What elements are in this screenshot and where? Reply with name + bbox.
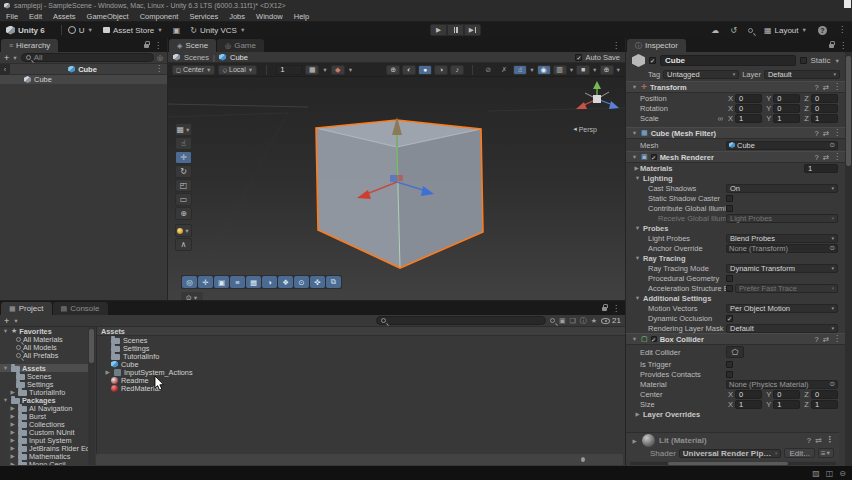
search-icon[interactable] [748,28,753,33]
shaded-wireframe-button[interactable]: ◐ [402,65,416,75]
rect-tool[interactable]: ▭ [175,193,192,206]
snap-increment-dropdown[interactable]: ◆ [331,65,345,75]
ray-tracing-foldout[interactable]: ▼Ray Tracing [626,253,846,263]
lock-icon[interactable] [144,44,149,48]
tree-item-all-prefabs[interactable]: All Prefabs [0,351,88,359]
gizmos-dropdown[interactable]: ⊕ [600,65,614,75]
probes-foldout[interactable]: ▼Probes [626,223,846,233]
levels-overlay-button[interactable]: ≡ [230,276,245,288]
panel-kebab-icon[interactable]: ⋮ [154,42,162,50]
mesh-renderer-header[interactable]: ▼▣ Mesh Renderer ?⇄⋮ [626,151,846,163]
gizmo-overlay-button[interactable]: ✜ [310,276,325,288]
gameobject-icon[interactable] [632,54,645,67]
provides-contacts-checkbox[interactable] [726,371,733,378]
menu-component[interactable]: Component [140,12,179,21]
tool-handle-rotation-dropdown[interactable]: ◇Local▼ [218,65,257,75]
undo-history-icon[interactable]: ↺ [730,26,737,35]
tool-handle-position-dropdown[interactable]: ◻Center▼ [172,65,215,75]
static-dropdown-caret[interactable]: ▼ [835,58,840,64]
kebab-icon[interactable]: ⋮ [833,83,841,91]
menu-services[interactable]: Services [189,12,218,21]
asset-settings[interactable]: Settings [97,344,625,352]
transform-tool[interactable]: ⊕ [175,207,192,220]
light-probes-dropdown[interactable]: Blend Probes [726,234,838,243]
thumbnail-size-slider[interactable] [581,457,617,462]
panel-kebab-icon[interactable]: ⋮ [612,305,620,313]
edit-collider-button[interactable]: ⬠ [726,346,744,358]
hidden-objects-button[interactable]: ⊘ [481,65,495,75]
acceleration-structure-checkbox[interactable] [726,285,733,292]
presets-icon[interactable]: ⇄ [815,436,822,445]
tab-hierarchy[interactable]: ≡ Hierarchy [1,39,58,52]
step-button[interactable]: ▶ [464,24,481,36]
physics-material-field[interactable]: None (Physics Material)⊙ [726,380,838,389]
prefab-kebab-icon[interactable]: ⋮ [155,65,167,73]
menu-gameobject[interactable]: GameObject [87,12,129,21]
hierarchy-search-input[interactable]: All [21,53,154,62]
package-manager-button[interactable]: ▣ [173,26,181,35]
search-by-import-icon[interactable]: ⓘ [580,316,587,326]
hidden-count-toggle[interactable]: 21 [601,316,621,325]
box-collider-header[interactable]: ▼▢ Box Collider ?⇄⋮ [626,333,846,345]
inspector-vertical-scrollbar[interactable] [845,52,852,466]
object-picker-icon[interactable]: ⊙ [830,244,835,252]
panel-kebab-icon[interactable]: ⋮ [839,42,847,50]
play-button[interactable]: ▶ [430,24,447,36]
center-y-field[interactable]: 0 [773,390,800,399]
menu-window[interactable]: Window [256,12,283,21]
motion-vectors-dropdown[interactable]: Per Object Motion [726,304,838,313]
transform-component-header[interactable]: ▼✛ Transform ?⇄⋮ [626,81,846,93]
probuilder-tool[interactable]: ∧ [175,238,192,251]
position-x-field[interactable]: 0 [735,94,762,103]
kebab-icon[interactable]: ⋮ [826,436,834,445]
search-by-type-icon[interactable] [550,318,555,323]
kebab-icon[interactable]: ⋮ [833,129,841,137]
create-plus-icon[interactable]: + [4,316,9,326]
anchor-override-field[interactable]: None (Transform)⊙ [726,244,838,253]
bake-status-icon[interactable]: ▨ [812,469,820,478]
help-icon[interactable]: ? [818,26,827,35]
grid-size-field[interactable]: 1 [276,65,302,75]
cloth-overlay-button[interactable]: ❖ [278,276,293,288]
window-control[interactable] [844,0,851,8]
scene-visibility-button[interactable]: ◉ [537,65,551,75]
tree-scrollbar[interactable] [88,327,95,465]
layer-dropdown[interactable]: Default [764,70,840,79]
shader-edit-button[interactable]: Edit... [784,448,814,458]
tab-inspector[interactable]: ⓘ Inspector [627,39,686,52]
tab-game[interactable]: ◎ Game [217,39,264,52]
scale-tool[interactable]: ◰ [175,179,192,192]
toolbar-kebab-icon[interactable]: ⋮ [838,26,846,34]
help-icon[interactable]: ? [815,153,819,162]
object-picker-icon[interactable]: ⊙ [830,141,835,149]
camera-overlay-button[interactable]: ▣ [214,276,229,288]
auto-save-checkbox[interactable] [575,54,582,61]
ray-tracing-mode-dropdown[interactable]: Dynamic Transform [726,264,838,273]
pause-button[interactable] [447,24,464,36]
additional-settings-foldout[interactable]: ▼Additional Settings [626,293,846,303]
view-mode-label[interactable]: ◂Persp [573,125,597,133]
lighting-toggle-button[interactable]: ● [418,65,432,75]
name-field[interactable]: Cube [660,55,796,66]
scene-viewport[interactable]: ▦▼ ☝ ✛ ↻ ◰ ▭ ⊕ ▼ ∧ ◎ ✛ ▣ ≡ ▦ ◑ ❖ ⊙ ✜ ⧉ ⊙… [168,77,625,300]
scale-y-field[interactable]: 1 [773,114,800,123]
panel-kebab-icon[interactable]: ⋮ [612,42,620,50]
orientation-button[interactable]: ◎ [182,276,197,288]
menu-help[interactable]: Help [294,12,309,21]
menu-jobs[interactable]: Jobs [229,12,245,21]
materials-count-field[interactable]: 1 [804,164,838,173]
kebab-icon[interactable]: ⋮ [833,153,841,161]
help-icon[interactable]: ? [815,129,819,138]
shader-dropdown[interactable]: Universal Render Pipeline/Lit [679,449,782,458]
rotation-y-field[interactable]: 0 [773,104,800,113]
presets-icon[interactable]: ⇄ [823,83,829,92]
component-enabled-checkbox[interactable] [651,336,657,342]
layer-overrides-foldout[interactable]: ▶Layer Overrides [626,409,846,419]
material-header[interactable]: ▶ Lit (Material) ?⇄⋮ [626,433,839,448]
grid-overlay-button[interactable]: ▦ [246,276,261,288]
rotate-tool[interactable]: ↻ [175,165,192,178]
rotation-z-field[interactable]: 0 [811,104,838,113]
help-icon[interactable]: ? [815,335,819,344]
center-x-field[interactable]: 0 [735,390,762,399]
favorites-star-icon[interactable]: ★ [591,317,597,325]
